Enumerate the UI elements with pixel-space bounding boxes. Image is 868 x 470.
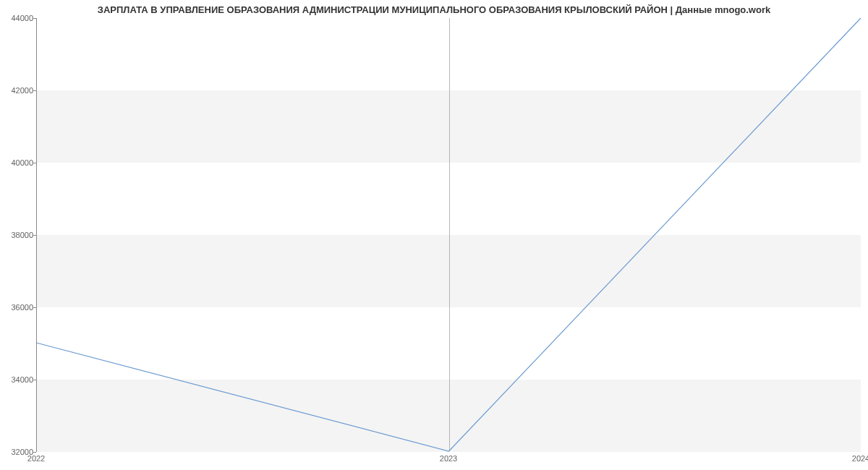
plot-area xyxy=(36,18,861,452)
y-tick-mark xyxy=(33,235,36,236)
y-tick-label: 36000 xyxy=(1,303,33,312)
y-tick-label: 42000 xyxy=(1,86,33,95)
y-tick-label: 40000 xyxy=(1,158,33,167)
y-tick-label: 34000 xyxy=(1,375,33,384)
y-tick-label: 38000 xyxy=(1,231,33,239)
y-tick-mark xyxy=(33,163,36,163)
chart-container: ЗАРПЛАТА В УПРАВЛЕНИЕ ОБРАЗОВАНИЯ АДМИНИ… xyxy=(0,0,868,470)
y-tick-mark xyxy=(33,380,36,380)
y-tick-mark xyxy=(33,452,36,453)
x-tick-label: 2024 xyxy=(852,454,868,463)
x-tick-label: 2023 xyxy=(440,454,457,463)
x-tick-label: 2022 xyxy=(27,454,45,463)
chart-title: ЗАРПЛАТА В УПРАВЛЕНИЕ ОБРАЗОВАНИЯ АДМИНИ… xyxy=(0,4,868,15)
y-tick-mark xyxy=(33,18,36,19)
y-tick-label: 44000 xyxy=(1,14,33,22)
line-layer xyxy=(37,18,861,451)
series-line xyxy=(37,18,861,451)
y-tick-mark xyxy=(33,307,36,308)
y-tick-mark xyxy=(33,90,36,91)
